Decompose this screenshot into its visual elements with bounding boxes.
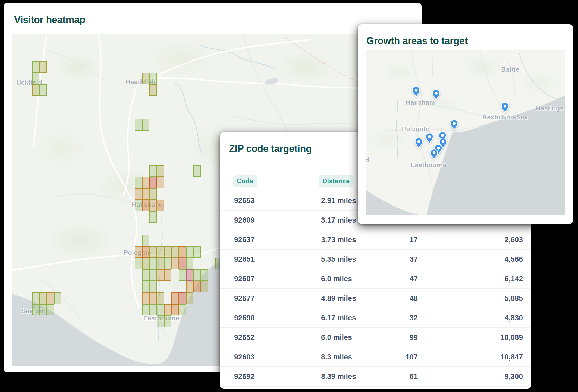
map-pin-icon[interactable] (500, 102, 510, 113)
distance-cell: 8.39 miles (321, 372, 356, 381)
distance-cell: 6.17 miles (321, 314, 356, 322)
total-cell: 4,830 (504, 314, 523, 322)
distance-cell: 3.73 miles (321, 236, 356, 244)
heat-cell (39, 84, 47, 96)
map-pin-icon[interactable] (431, 89, 441, 101)
heat-cell (149, 177, 157, 188)
heat-cell (135, 200, 142, 211)
heat-cell (164, 304, 171, 316)
heat-cell (149, 84, 157, 96)
heat-cell (201, 281, 208, 292)
heat-cell (142, 200, 149, 211)
heat-cell (157, 258, 164, 269)
distance-cell: 8.3 miles (321, 353, 352, 361)
map-place-label: Polegate (402, 125, 429, 133)
heat-cell (186, 269, 193, 281)
map-pin-icon[interactable] (429, 149, 439, 160)
heat-cell (179, 304, 186, 316)
distance-cell: 6.0 miles (321, 333, 352, 342)
zip-targeting-title: ZIP code targeting (229, 143, 312, 154)
map-place-label: Hailsham (406, 99, 435, 106)
zip-code-cell: 92637 (234, 236, 255, 244)
total-cell: 9,300 (504, 372, 523, 381)
heat-cell (179, 246, 186, 258)
heat-cell (179, 292, 186, 304)
zip-code-cell: 92677 (234, 294, 255, 303)
total-cell: 4,566 (504, 255, 523, 264)
heat-cell (149, 269, 157, 281)
total-cell: 6,142 (504, 275, 523, 283)
sea (427, 95, 565, 215)
heat-cell (135, 177, 142, 188)
growth-areas-map[interactable]: BattleHastingsBexhill-on-SeaHailshamPole… (366, 50, 565, 215)
zip-code-cell: 92652 (234, 333, 255, 342)
heat-cell (149, 246, 157, 258)
heat-cell (157, 177, 164, 188)
heat-cell (157, 269, 164, 281)
heat-cell (54, 292, 61, 304)
heat-cell (149, 304, 157, 316)
map-place-label: Hastings (536, 105, 564, 112)
heat-cell (135, 188, 142, 200)
visitor-heatmap-title: Visitor heatmap (14, 14, 85, 26)
count-cell: 48 (410, 294, 418, 303)
total-cell: 2,603 (504, 236, 523, 244)
heat-cell (142, 269, 149, 281)
map-place-label: Bexhill-on-Sea (482, 114, 528, 121)
map-place-label: Battle (501, 66, 520, 73)
column-header-code[interactable]: Code (233, 175, 257, 187)
heat-cell (164, 258, 171, 269)
count-cell: 37 (410, 255, 418, 264)
heat-cell (149, 292, 157, 304)
heat-cell (32, 304, 39, 316)
heat-cell (193, 165, 201, 177)
count-cell: 47 (410, 275, 418, 283)
count-cell: 17 (410, 236, 418, 244)
heat-cell (164, 269, 171, 281)
map-pin-icon[interactable] (425, 133, 434, 144)
heat-cell (142, 258, 149, 269)
heat-cell (157, 292, 164, 304)
growth-map-decoration (366, 50, 565, 215)
heat-cell (39, 61, 47, 73)
heat-cell (149, 165, 157, 177)
heat-cell (157, 304, 164, 316)
column-header-distance[interactable]: Distance (319, 175, 353, 187)
heat-cell (149, 281, 157, 292)
table-row: 92651 5.35 miles 37 4,566 (220, 249, 531, 269)
distance-cell: 6.0 miles (321, 275, 352, 283)
heat-cell (157, 315, 164, 327)
zip-code-cell: 92692 (234, 372, 255, 381)
table-row: 92692 8.39 miles 61 9,300 (220, 366, 531, 387)
map-place-label: d (366, 157, 369, 164)
heat-cell (39, 304, 47, 316)
map-pin-icon[interactable] (449, 119, 459, 131)
heat-cell (171, 292, 179, 304)
map-pin-icon[interactable] (411, 86, 421, 98)
total-cell: 10,089 (500, 333, 523, 342)
map-place-label: Eastbourne (411, 162, 447, 169)
distance-cell: 4.89 miles (321, 294, 356, 303)
heat-cell (186, 246, 193, 258)
heat-cell (149, 73, 157, 84)
heat-cell (47, 304, 54, 316)
heat-cell (142, 304, 149, 316)
table-row: 92603 8.3 miles 107 10,847 (220, 347, 531, 366)
heat-cell (193, 246, 201, 258)
table-row: 92607 6.0 miles 47 6,142 (220, 269, 531, 288)
heat-cell (193, 281, 201, 292)
count-cell: 107 (406, 353, 418, 361)
heat-cell (171, 258, 179, 269)
heat-cell (186, 292, 193, 304)
heat-cell (164, 315, 171, 327)
map-pin-icon[interactable] (414, 138, 424, 149)
heat-cell (142, 281, 149, 292)
zip-code-cell: 92609 (234, 216, 255, 225)
sea (366, 190, 422, 215)
zip-code-cell: 92607 (234, 275, 255, 283)
growth-areas-card: Growth areas to target (358, 24, 573, 224)
heat-cell (149, 211, 157, 223)
heat-cell (193, 269, 201, 281)
heat-cell (179, 269, 186, 281)
heat-cell (47, 292, 54, 304)
